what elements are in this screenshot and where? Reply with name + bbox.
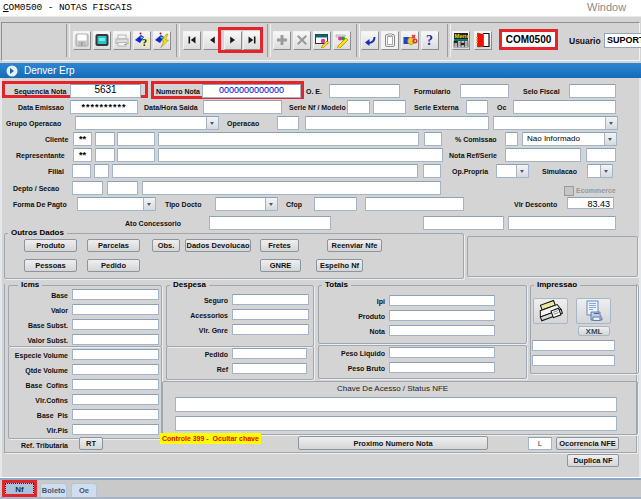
- svg-text:Menu: Menu: [455, 33, 470, 39]
- svg-text:?: ?: [426, 33, 433, 48]
- svg-text:?: ?: [142, 37, 147, 48]
